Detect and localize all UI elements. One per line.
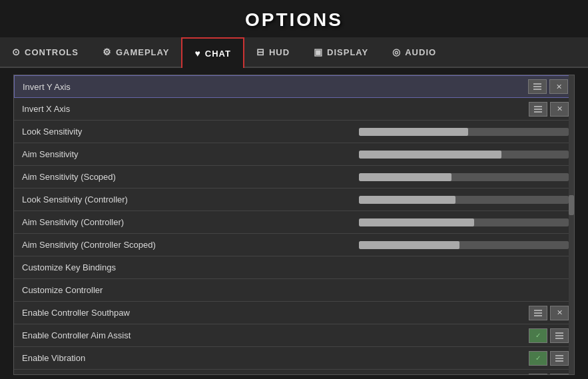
tab-hud[interactable]: ⊟HUD xyxy=(244,37,302,67)
table-row[interactable]: Look Sensitivity xyxy=(14,121,574,143)
table-row[interactable]: Aim Sensitivity (Controller Scoped) xyxy=(14,234,574,256)
toggle-check-button[interactable]: ✓ xyxy=(529,351,547,366)
slider-track[interactable] xyxy=(359,128,569,136)
hud-icon: ⊟ xyxy=(256,47,265,57)
toggle-lines-button[interactable] xyxy=(550,351,569,366)
controls-icon: ⊙ xyxy=(12,47,21,57)
slider-track[interactable] xyxy=(359,218,569,226)
slider-fill xyxy=(359,196,455,204)
toggle-wrap: ✓ xyxy=(529,351,569,366)
lines-icon xyxy=(555,332,563,339)
display-icon: ▣ xyxy=(314,47,323,57)
slider-track[interactable] xyxy=(359,173,569,181)
row-label: Look Sensitivity xyxy=(14,123,354,141)
slider-fill xyxy=(359,151,501,159)
toggle-lines-button[interactable] xyxy=(529,102,547,117)
toggle-x-button[interactable]: ✕ xyxy=(550,102,569,117)
row-label: Look Sensitivity (Controller) xyxy=(14,190,354,208)
table-row[interactable]: Aim Sensitivity (Scoped) xyxy=(14,166,574,189)
tab-controls[interactable]: ⊙CONTROLS xyxy=(0,37,91,67)
toggle-control: ✓ xyxy=(354,326,574,346)
table-row[interactable]: Customize Controller xyxy=(14,279,574,302)
row-label: Use Abilities on Selection xyxy=(14,372,354,375)
slider-fill xyxy=(359,218,474,226)
row-label: Enable Controller Aim Assist xyxy=(14,326,354,344)
row-label: Aim Sensitivity xyxy=(14,145,354,163)
audio-icon: ◎ xyxy=(392,47,401,57)
table-row[interactable]: Aim Sensitivity xyxy=(14,143,574,166)
row-label: Enable Controller Southpaw xyxy=(14,304,354,322)
toggle-control: ✕ xyxy=(354,303,574,323)
toggle-control: ✓ xyxy=(354,348,574,368)
toggle-wrap: ✕ xyxy=(529,102,569,117)
slider-control[interactable] xyxy=(354,171,574,184)
table-row[interactable]: Enable Vibration✓ xyxy=(14,347,574,370)
gameplay-icon: ⚙ xyxy=(103,47,112,57)
toggle-lines-button[interactable] xyxy=(528,79,547,94)
tab-display[interactable]: ▣DISPLAY xyxy=(302,37,380,67)
row-label: Invert Y Axis xyxy=(15,78,354,96)
tab-label-hud: HUD xyxy=(269,47,290,57)
tab-label-gameplay: GAMEPLAY xyxy=(116,47,169,57)
lines-icon xyxy=(534,106,542,113)
tab-label-audio: AUDIO xyxy=(405,47,436,57)
table-row[interactable]: Invert X Axis✕ xyxy=(14,98,574,121)
table-row[interactable]: Use Abilities on Selection✓ xyxy=(14,370,574,375)
table-row[interactable]: Aim Sensitivity (Controller) xyxy=(14,211,574,234)
toggle-control: ✕ xyxy=(354,99,574,119)
slider-control[interactable] xyxy=(354,193,574,206)
toggle-wrap: ✕ xyxy=(528,79,568,94)
lines-icon xyxy=(534,310,542,316)
slider-control[interactable] xyxy=(354,125,574,139)
row-label: Aim Sensitivity (Controller) xyxy=(14,213,354,231)
slider-control[interactable] xyxy=(354,238,574,252)
settings-panel: Invert Y Axis✕Invert X Axis✕Look Sensiti… xyxy=(13,75,575,375)
tab-chat[interactable]: ♥CHAT xyxy=(181,37,244,68)
table-row[interactable]: Look Sensitivity (Controller) xyxy=(14,189,574,211)
row-label: Invert X Axis xyxy=(14,100,354,118)
row-label: Customize Controller xyxy=(14,281,354,299)
chat-icon: ♥ xyxy=(194,48,200,59)
tab-label-controls: CONTROLS xyxy=(25,47,79,57)
lines-icon xyxy=(555,355,563,362)
toggle-check-button[interactable]: ✓ xyxy=(529,328,547,343)
toggle-control: ✕ xyxy=(354,77,573,97)
lines-icon xyxy=(533,83,541,90)
slider-track[interactable] xyxy=(359,241,569,249)
slider-fill xyxy=(359,241,459,249)
toggle-lines-button[interactable] xyxy=(550,328,569,343)
toggle-wrap: ✓ xyxy=(529,328,569,343)
table-row[interactable]: Invert Y Axis✕ xyxy=(14,75,574,98)
table-row[interactable]: Enable Controller Aim Assist✓ xyxy=(14,324,574,347)
table-row[interactable]: Customize Key Bindings xyxy=(14,256,574,279)
content-area: Invert Y Axis✕Invert X Axis✕Look Sensiti… xyxy=(0,68,588,379)
toggle-wrap: ✕ xyxy=(529,306,569,320)
slider-fill xyxy=(359,173,451,181)
toggle-x-button[interactable]: ✕ xyxy=(550,306,569,320)
row-label: Customize Key Bindings xyxy=(14,258,354,276)
table-row[interactable]: Enable Controller Southpaw✕ xyxy=(14,302,574,324)
tab-label-display: DISPLAY xyxy=(327,47,368,57)
nav-tabs: ⊙CONTROLS⚙GAMEPLAY♥CHAT⊟HUD▣DISPLAY◎AUDI… xyxy=(0,37,588,68)
row-label: Enable Vibration xyxy=(14,349,354,367)
row-label: Aim Sensitivity (Scoped) xyxy=(14,168,354,186)
slider-control[interactable] xyxy=(354,148,574,161)
tab-gameplay[interactable]: ⚙GAMEPLAY xyxy=(91,37,181,67)
toggle-check-button[interactable]: ✓ xyxy=(529,374,547,376)
toggle-lines-button[interactable] xyxy=(529,306,547,320)
toggle-wrap: ✓ xyxy=(529,374,569,376)
slider-control[interactable] xyxy=(354,216,574,229)
slider-track[interactable] xyxy=(359,196,569,204)
page-title: OPTIONS xyxy=(0,0,588,37)
toggle-x-button[interactable]: ✕ xyxy=(549,79,568,94)
tab-label-chat: CHAT xyxy=(205,49,231,59)
tab-audio[interactable]: ◎AUDIO xyxy=(380,37,448,67)
slider-fill xyxy=(359,128,468,136)
slider-track[interactable] xyxy=(359,151,569,159)
toggle-control: ✓ xyxy=(354,371,574,376)
toggle-lines-button[interactable] xyxy=(550,374,569,376)
row-label: Aim Sensitivity (Controller Scoped) xyxy=(14,236,354,254)
